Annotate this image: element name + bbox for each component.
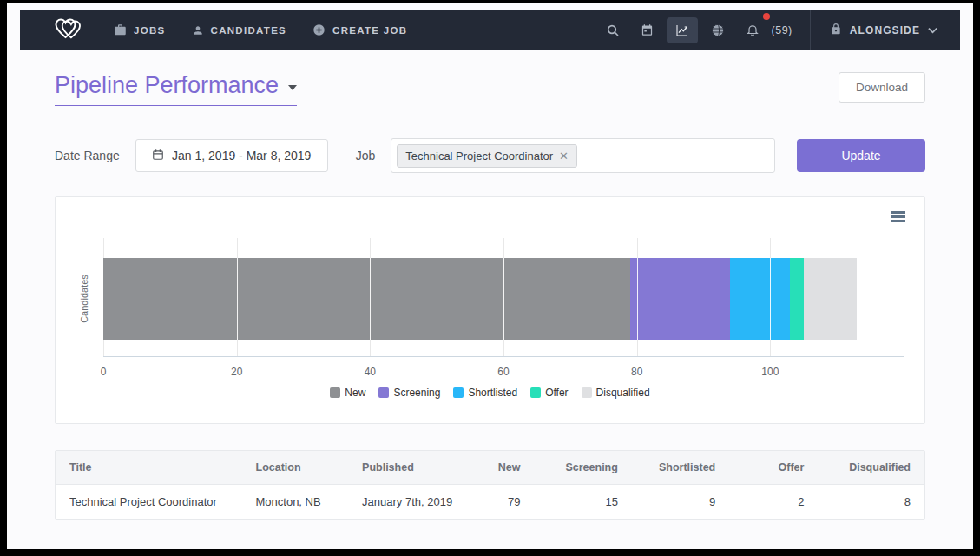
page-head: Pipeline Performance Download	[55, 72, 925, 106]
job-label: Job	[356, 149, 376, 162]
grid-line-overlay	[370, 258, 371, 340]
table-cell: 9	[632, 485, 729, 520]
table-cell: 2	[729, 485, 818, 520]
close-icon[interactable]: ✕	[559, 150, 569, 162]
nav-right: (59) ALONGSIDE	[595, 10, 960, 50]
legend-swatch	[530, 387, 541, 398]
legend-label: Shortlisted	[468, 387, 517, 399]
bell-icon	[746, 23, 760, 37]
x-tick-label: 100	[761, 366, 779, 378]
globe-button[interactable]	[703, 17, 733, 43]
page-content: Pipeline Performance Download Date Range…	[7, 50, 973, 520]
column-header: Shortlisted	[632, 451, 729, 485]
chevron-down-icon	[928, 24, 937, 36]
top-navbar: JOBS CANDIDATES CREATE JOB	[20, 10, 960, 50]
column-header: Title	[56, 451, 242, 485]
legend-swatch	[453, 387, 464, 398]
legend-label: Offer	[545, 387, 568, 399]
nav-jobs-label: JOBS	[134, 25, 166, 36]
brand-logo[interactable]	[51, 15, 86, 46]
results-table: TitleLocationPublishedNewScreeningShortl…	[56, 451, 924, 519]
filter-bar: Date Range Jan 1, 2019 - Mar 8, 2019 Job…	[55, 138, 925, 173]
x-tick-label: 20	[231, 366, 242, 378]
calendar-button[interactable]	[633, 17, 661, 43]
results-table-card: TitleLocationPublishedNewScreeningShortl…	[55, 450, 925, 520]
table-row[interactable]: Technical Project CoordinatorMoncton, NB…	[56, 485, 924, 520]
title-caret-icon	[288, 85, 297, 90]
notifications-button[interactable]	[738, 17, 767, 43]
account-menu[interactable]: ALONGSIDE	[811, 10, 960, 50]
download-button[interactable]: Download	[839, 72, 925, 103]
stacked-bar	[103, 258, 857, 340]
date-range-value: Jan 1, 2019 - Mar 8, 2019	[172, 149, 311, 162]
plus-circle-icon	[312, 23, 326, 36]
legend-label: New	[345, 387, 365, 399]
account-label: ALONGSIDE	[850, 24, 920, 36]
legend-item-offer[interactable]: Offer	[530, 387, 568, 399]
table-cell: 8	[818, 485, 924, 520]
x-tick-label: 80	[631, 366, 642, 378]
notification-count[interactable]: (59)	[772, 24, 793, 36]
legend-item-screening[interactable]: Screening	[378, 387, 440, 399]
nav-candidates[interactable]: CANDIDATES	[192, 24, 287, 36]
legend-swatch	[378, 387, 389, 398]
table-cell: Moncton, NB	[242, 485, 349, 520]
chart-card: Candidates 020406080100 NewScreeningShor…	[55, 196, 925, 424]
nav-create-job-label: CREATE JOB	[332, 25, 407, 36]
date-range-input[interactable]: Jan 1, 2019 - Mar 8, 2019	[135, 139, 328, 172]
column-header: New	[472, 451, 534, 485]
bar-segment-offer[interactable]	[790, 258, 803, 340]
table-cell: January 7th, 2019	[348, 485, 472, 520]
column-header: Screening	[535, 451, 632, 485]
search-button[interactable]	[598, 17, 628, 43]
update-button[interactable]: Update	[797, 139, 925, 172]
legend-item-disqualified[interactable]: Disqualified	[582, 387, 650, 399]
date-range-label: Date Range	[55, 149, 120, 162]
legend-item-shortlisted[interactable]: Shortlisted	[453, 387, 517, 399]
page-title[interactable]: Pipeline Performance	[55, 72, 297, 106]
table-cell: Technical Project Coordinator	[56, 485, 242, 520]
notification-dot	[763, 13, 770, 20]
table-header-row: TitleLocationPublishedNewScreeningShortl…	[56, 451, 924, 485]
nav-left: JOBS CANDIDATES CREATE JOB	[20, 10, 433, 50]
legend-item-new[interactable]: New	[330, 387, 365, 399]
job-select-input[interactable]: Technical Project Coordinator ✕	[391, 138, 775, 173]
chart-legend: NewScreeningShortlistedOfferDisqualified	[56, 387, 924, 399]
nav-create-job[interactable]: CREATE JOB	[312, 23, 407, 36]
nav-candidates-label: CANDIDATES	[211, 25, 287, 36]
y-axis-label: Candidates	[79, 275, 89, 323]
legend-label: Disqualified	[596, 387, 650, 399]
person-icon	[192, 24, 204, 36]
briefcase-icon	[114, 23, 127, 36]
nav-jobs[interactable]: JOBS	[114, 23, 166, 36]
grid-line-overlay	[503, 258, 504, 340]
app-frame: JOBS CANDIDATES CREATE JOB	[7, 3, 973, 549]
column-header: Disqualified	[818, 451, 924, 485]
page-title-text: Pipeline Performance	[55, 72, 279, 99]
x-tick-label: 40	[365, 366, 376, 378]
grid-line-overlay	[237, 258, 238, 340]
legend-label: Screening	[393, 387, 440, 399]
grid-line-overlay	[637, 258, 638, 340]
x-tick-label: 60	[497, 366, 509, 378]
search-icon	[606, 23, 620, 37]
calendar-icon	[152, 149, 164, 163]
column-header: Offer	[729, 451, 818, 485]
legend-swatch	[582, 387, 592, 398]
legend-swatch	[330, 387, 340, 398]
x-tick-label: 0	[101, 366, 107, 378]
bar-segment-disqualified[interactable]	[804, 258, 857, 340]
globe-icon	[711, 23, 725, 37]
calendar-icon	[641, 23, 654, 36]
table-cell: 15	[535, 485, 632, 520]
chart-menu-icon[interactable]	[891, 211, 905, 224]
bar-segment-shortlisted[interactable]	[730, 258, 790, 340]
bar-segment-screening[interactable]	[630, 258, 730, 340]
column-header: Location	[242, 451, 349, 485]
plot-area: 020406080100	[103, 238, 904, 357]
job-chip: Technical Project Coordinator ✕	[397, 144, 577, 168]
chart-line-icon	[674, 23, 690, 37]
job-chip-label: Technical Project Coordinator	[405, 149, 553, 162]
reports-button-active[interactable]	[667, 17, 698, 43]
bar-segment-new[interactable]	[103, 258, 630, 340]
